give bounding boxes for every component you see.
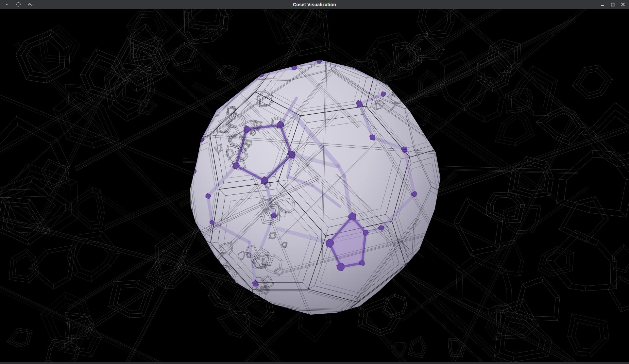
circle-icon[interactable]	[15, 1, 22, 8]
close-button[interactable]	[619, 1, 626, 8]
bottom-border	[0, 362, 629, 364]
visualization-canvas[interactable]	[0, 9, 629, 364]
dot-icon[interactable]	[3, 1, 10, 8]
titlebar[interactable]: Coset Visualization	[0, 0, 629, 9]
maximize-button[interactable]	[609, 1, 616, 8]
app-window: Coset Visualization	[0, 0, 629, 364]
window-title: Coset Visualization	[0, 0, 629, 9]
titlebar-left-icons	[0, 0, 33, 9]
window-controls	[599, 0, 629, 9]
minimize-button[interactable]	[599, 1, 606, 8]
chevron-up-icon[interactable]	[26, 1, 33, 8]
